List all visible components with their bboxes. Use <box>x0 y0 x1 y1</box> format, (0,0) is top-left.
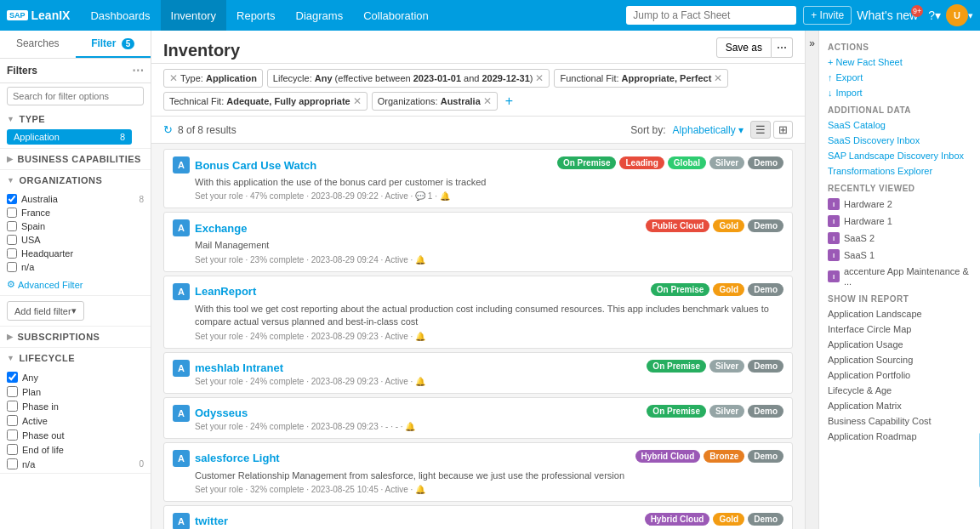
new-fact-sheet-link[interactable]: + New Fact Sheet <box>819 54 980 70</box>
tag-on-premise-3: On Premise <box>647 360 706 373</box>
filter-lifecycle-remove[interactable]: ✕ <box>535 72 544 84</box>
org-usa-checkbox[interactable] <box>7 235 17 245</box>
item-title-1[interactable]: Exchange <box>195 222 247 235</box>
more-button[interactable]: ⋯ <box>772 37 793 58</box>
item-title-0[interactable]: Bonus Card Use Watch <box>195 159 316 172</box>
section-type-header[interactable]: ▼ TYPE <box>0 109 151 129</box>
right-sidebar-toggle[interactable]: » <box>805 31 818 529</box>
section-subs-header[interactable]: ▶ SUBSCRIPTIONS <box>0 327 151 347</box>
filter-type-remove[interactable]: ✕ <box>169 72 178 84</box>
org-spain-checkbox[interactable] <box>7 221 17 231</box>
sort-dropdown[interactable]: Alphabetically ▾ <box>673 124 744 136</box>
nav-diagrams[interactable]: Diagrams <box>286 0 354 31</box>
filter-functional-remove[interactable]: ✕ <box>714 72 722 84</box>
lc-phase-in: Phase in <box>7 399 144 413</box>
filter-options-icon[interactable]: ⋯ <box>132 64 144 77</box>
nav-reports[interactable]: Reports <box>226 0 286 31</box>
refresh-icon[interactable]: ↻ <box>163 123 173 136</box>
filter-search-container <box>0 83 151 109</box>
report-app-sourcing[interactable]: Application Sourcing <box>819 352 980 367</box>
org-australia: Australia 8 <box>7 192 144 206</box>
org-australia-checkbox[interactable] <box>7 194 17 204</box>
section-lifecycle-header[interactable]: ▼ LIFECYCLE <box>0 348 151 368</box>
saas-discovery-link[interactable]: SaaS Discovery Inbox <box>819 133 980 148</box>
type-application-button[interactable]: Application 8 <box>7 129 132 145</box>
tag-demo-5: Demo <box>748 450 783 463</box>
report-lifecycle-age[interactable]: Lifecycle & Age <box>819 383 980 398</box>
report-app-matrix[interactable]: Application Matrix <box>819 398 980 413</box>
lc-any-checkbox[interactable] <box>7 372 18 383</box>
recently-saas2[interactable]: I SaaS 2 <box>819 230 980 247</box>
logo[interactable]: SAP LeanIX <box>7 9 70 22</box>
recently-icon-2: I <box>828 232 840 244</box>
actions-title: ACTIONS <box>819 37 980 54</box>
lc-plan-checkbox[interactable] <box>7 386 18 397</box>
org-france-checkbox[interactable] <box>7 208 17 218</box>
nav-collaboration[interactable]: Collaboration <box>353 0 439 31</box>
item-title-5[interactable]: salesforce Light <box>195 452 280 464</box>
org-france: France <box>7 206 144 219</box>
user-avatar[interactable]: U <box>946 4 968 26</box>
invite-button[interactable]: + Invite <box>803 6 852 25</box>
report-app-usage[interactable]: Application Usage <box>819 337 980 352</box>
report-app-roadmap[interactable]: Application Roadmap <box>819 429 980 444</box>
report-app-portfolio[interactable]: Application Portfolio <box>819 367 980 383</box>
item-title-4[interactable]: Odysseus <box>195 407 248 419</box>
recently-accenture[interactable]: I accenture App Maintenance & ... <box>819 264 980 289</box>
add-field-filter-button[interactable]: Add field filter ▾ <box>7 301 84 321</box>
item-icon-5: A <box>173 450 190 467</box>
tag-demo-4: Demo <box>748 405 783 418</box>
section-biz-cap-header[interactable]: ▶ BUSINESS CAPABILITIES <box>0 149 151 169</box>
import-link[interactable]: ↓ Import <box>819 85 980 100</box>
lc-phase-in-checkbox[interactable] <box>7 401 18 412</box>
recently-hardware2[interactable]: I Hardware 2 <box>819 196 980 213</box>
recently-saas1[interactable]: I SaaS 1 <box>819 247 980 264</box>
nav-dashboards[interactable]: Dashboards <box>80 0 160 31</box>
save-as-button[interactable]: Save as <box>716 37 772 58</box>
saas-catalog-link[interactable]: SaaS Catalog <box>819 117 980 133</box>
lc-na-checkbox[interactable] <box>7 458 18 469</box>
org-usa: USA <box>7 233 144 247</box>
support-container: Support <box>819 452 980 486</box>
filters-header: Filters ⋯ <box>0 59 151 83</box>
filter-technical-remove[interactable]: ✕ <box>353 95 362 107</box>
lc-end-of-life-checkbox[interactable] <box>7 444 18 455</box>
list-view-button[interactable]: ☰ <box>750 121 771 139</box>
export-icon: ↑ <box>828 72 833 82</box>
item-title-3[interactable]: meshlab Intranet <box>195 361 283 374</box>
item-title-6[interactable]: twitter <box>195 515 228 527</box>
view-toggle: ☰ ⊞ <box>750 121 793 139</box>
sap-landscape-link[interactable]: SAP Landscape Discovery Inbox <box>819 148 980 163</box>
item-icon-2: A <box>173 283 190 300</box>
lc-active-checkbox[interactable] <box>7 415 18 426</box>
report-app-landscape[interactable]: Application Landscape <box>819 306 980 321</box>
recently-hardware1[interactable]: I Hardware 1 <box>819 213 980 230</box>
tag-global: Global <box>668 156 706 169</box>
transformations-explorer-link[interactable]: Transformations Explorer <box>819 163 980 179</box>
org-na-checkbox[interactable] <box>7 262 17 272</box>
filter-org-remove[interactable]: ✕ <box>483 95 492 107</box>
grid-view-button[interactable]: ⊞ <box>773 121 793 139</box>
filter-search-input[interactable] <box>7 87 144 105</box>
org-headquarter-checkbox[interactable] <box>7 248 17 259</box>
item-meta-0: Set your role · 47% complete · 2023-08-2… <box>195 191 783 201</box>
nav-inventory[interactable]: Inventory <box>161 0 226 31</box>
avatar-chevron[interactable]: ▾ <box>968 10 973 21</box>
section-orgs-header[interactable]: ▼ ORGANIZATIONS <box>0 170 151 191</box>
nav-search-input[interactable] <box>626 6 796 25</box>
tab-searches[interactable]: Searches <box>0 31 76 58</box>
report-biz-cap-cost[interactable]: Business Capability Cost <box>819 413 980 429</box>
report-interface-circle[interactable]: Interface Circle Map <box>819 321 980 337</box>
help-button[interactable]: ?▾ <box>923 9 946 22</box>
lc-active: Active <box>7 413 144 428</box>
tab-filter[interactable]: Filter 5 <box>76 31 151 58</box>
advanced-filter-link[interactable]: ⚙ Advanced Filter <box>0 276 151 295</box>
section-lifecycle: ▼ LIFECYCLE Any Plan Phase in A <box>0 348 151 474</box>
lc-phase-out-checkbox[interactable] <box>7 429 18 441</box>
add-filter-button[interactable]: + <box>502 94 516 109</box>
sort-bar: Sort by: Alphabetically ▾ ☰ ⊞ <box>630 121 793 139</box>
filter-chip-functional: Functional Fit: Appropriate, Perfect ✕ <box>554 69 728 88</box>
item-title-2[interactable]: LeanReport <box>195 285 256 298</box>
export-link[interactable]: ↑ Export <box>819 70 980 85</box>
whats-new-button[interactable]: What's new 9+ <box>852 9 923 22</box>
